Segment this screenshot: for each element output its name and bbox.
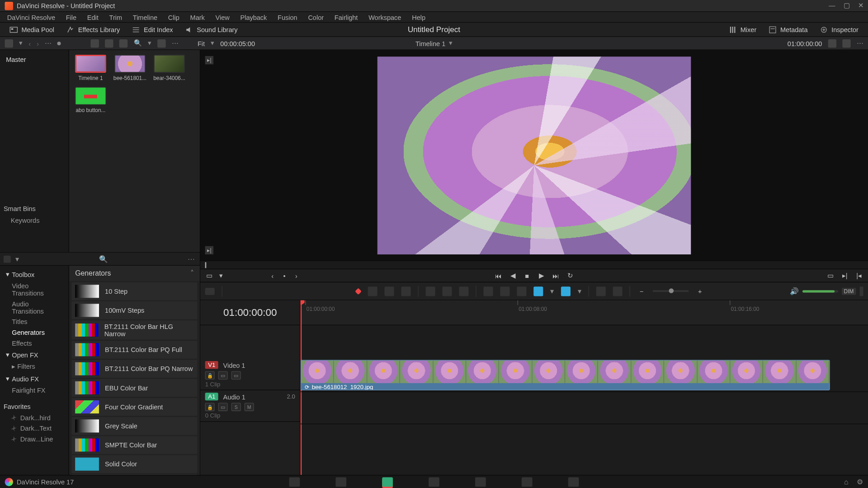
toolbox-group[interactable]: ▾Toolbox bbox=[0, 268, 69, 281]
grid-view-icon[interactable] bbox=[105, 39, 113, 47]
chevron-down-icon[interactable]: ▾ bbox=[211, 39, 214, 47]
pool-clip[interactable]: abo button... bbox=[74, 87, 108, 113]
trim-tool-icon[interactable] bbox=[368, 286, 377, 296]
menu-view[interactable]: View bbox=[211, 12, 234, 22]
auto-select-icon[interactable]: ▭ bbox=[218, 371, 228, 380]
chevron-down-icon[interactable]: ▾ bbox=[449, 39, 453, 47]
selection-tool-icon[interactable] bbox=[355, 288, 362, 295]
generator-item[interactable]: BT.2111 Color Bar PQ Narrow bbox=[71, 360, 197, 378]
stop-icon[interactable]: ■ bbox=[523, 272, 531, 280]
snap-icon[interactable] bbox=[483, 286, 493, 296]
sound-library-toggle[interactable]: Sound Library bbox=[180, 24, 242, 35]
menu-davinci-resolve[interactable]: DaVinci Resolve bbox=[2, 12, 60, 22]
go-start-icon[interactable]: ⏮ bbox=[494, 272, 502, 280]
dynamic-trim-icon[interactable] bbox=[385, 286, 394, 296]
step-next-icon[interactable]: ▸| bbox=[205, 246, 213, 254]
thumb-view-icon[interactable] bbox=[91, 39, 99, 47]
timeline-tracks[interactable]: 01:00:00:0001:00:08:0001:00:16:0001:00:2… bbox=[301, 300, 868, 475]
generator-item[interactable]: 10 Step bbox=[71, 282, 197, 300]
play-icon[interactable]: ▶ bbox=[537, 272, 545, 280]
color-page-icon[interactable] bbox=[475, 477, 486, 487]
volume-icon[interactable]: 🔊 bbox=[790, 287, 799, 295]
generator-item[interactable]: 100mV Steps bbox=[71, 301, 197, 319]
menu-trim[interactable]: Trim bbox=[104, 12, 127, 22]
dim-button[interactable]: DIM bbox=[841, 287, 856, 295]
viewer-scrubber[interactable] bbox=[200, 261, 868, 269]
volume-slider[interactable] bbox=[802, 290, 838, 292]
menu-workspace[interactable]: Workspace bbox=[364, 12, 406, 22]
more-icon[interactable]: ⋯ bbox=[45, 39, 52, 47]
generator-item[interactable]: BT.2111 Color Bar HLG Narrow bbox=[71, 320, 197, 339]
openfx-group[interactable]: ▾Open FX bbox=[0, 348, 69, 361]
home-icon[interactable]: ⌂ bbox=[844, 478, 849, 486]
menu-mark[interactable]: Mark bbox=[185, 12, 209, 22]
disable-track-icon[interactable]: ▭ bbox=[231, 371, 241, 380]
list-view-icon[interactable] bbox=[119, 39, 127, 47]
menu-playback[interactable]: Playback bbox=[236, 12, 272, 22]
media-page-icon[interactable] bbox=[289, 477, 300, 487]
marker-icon[interactable] bbox=[561, 286, 571, 296]
master-bin[interactable]: Master bbox=[0, 54, 69, 66]
fairlight-page-icon[interactable] bbox=[522, 477, 533, 487]
video-track-header[interactable]: V1 Video 1 🔒 ▭ ▭ 1 Clip bbox=[200, 359, 300, 390]
menu-color[interactable]: Color bbox=[303, 12, 329, 22]
insert-mode-icon[interactable]: ▭ bbox=[205, 272, 213, 280]
play-reverse-icon[interactable]: ◀ bbox=[509, 272, 517, 280]
blade-tool-icon[interactable] bbox=[401, 286, 410, 296]
generator-item[interactable]: Four Color Gradient bbox=[71, 398, 197, 416]
metadata-toggle[interactable]: Metadata bbox=[764, 24, 812, 35]
chevron-down-icon[interactable]: ▾ bbox=[217, 272, 225, 280]
scrubber-playhead[interactable] bbox=[205, 262, 207, 268]
timeline-ruler[interactable]: 01:00:00:0001:00:08:0001:00:16:0001:00:2… bbox=[301, 300, 868, 325]
more-icon[interactable]: ⋯ bbox=[188, 255, 196, 263]
sort-icon[interactable] bbox=[158, 39, 166, 47]
next-clip-icon[interactable]: ▸| bbox=[840, 272, 849, 280]
generators-item[interactable]: Generators bbox=[0, 327, 69, 338]
arm-record-icon[interactable]: ▭ bbox=[218, 403, 228, 411]
minimize-button[interactable]: — bbox=[829, 2, 835, 9]
cut-page-icon[interactable] bbox=[335, 477, 346, 487]
generator-item[interactable]: Grey Scale bbox=[71, 417, 197, 435]
mute-icon[interactable]: M bbox=[245, 403, 254, 411]
generator-item[interactable]: SMPTE Color Bar bbox=[71, 436, 197, 454]
filters-item[interactable]: ▸ Filters bbox=[0, 361, 69, 372]
flag-icon[interactable] bbox=[533, 286, 543, 296]
audio-transitions-item[interactable]: Audio Transitions bbox=[0, 299, 69, 317]
zoom-in-icon[interactable]: + bbox=[696, 287, 704, 295]
search-icon[interactable]: 🔍 bbox=[134, 39, 142, 47]
zoom-search-icon[interactable] bbox=[613, 286, 623, 296]
effects-library-toggle[interactable]: Effects Library bbox=[61, 24, 125, 35]
mixer-toggle[interactable]: Mixer bbox=[724, 24, 761, 35]
overwrite-clip-icon[interactable] bbox=[442, 286, 452, 296]
bin-view-icon[interactable] bbox=[5, 39, 13, 47]
solo-icon[interactable]: S bbox=[231, 403, 241, 411]
edit-index-toggle[interactable]: Edit Index bbox=[127, 24, 178, 35]
chevron-down-icon[interactable]: ▾ bbox=[19, 39, 23, 47]
nav-back-icon[interactable]: ‹ bbox=[28, 40, 31, 47]
last-clip-icon[interactable]: |◂ bbox=[855, 272, 863, 280]
menu-timeline[interactable]: Timeline bbox=[128, 12, 162, 22]
video-clip[interactable]: bee-5618012_1920.jpg bbox=[301, 360, 830, 390]
nav-fwd-icon[interactable]: › bbox=[37, 40, 39, 47]
prev-edit-icon[interactable]: ‹ bbox=[268, 272, 276, 280]
zoom-fit[interactable]: Fit bbox=[198, 40, 205, 47]
video-transitions-item[interactable]: Video Transitions bbox=[0, 281, 69, 299]
more-icon[interactable]: ⋯ bbox=[857, 39, 863, 47]
deliver-page-icon[interactable] bbox=[568, 477, 579, 487]
favorite-item[interactable]: Draw...Line bbox=[0, 434, 69, 445]
menu-edit[interactable]: Edit bbox=[82, 12, 103, 22]
chevron-down-icon[interactable]: ▾ bbox=[550, 287, 554, 295]
timeline-name[interactable]: Timeline 1 bbox=[415, 40, 445, 47]
search-icon[interactable]: 🔍 bbox=[99, 255, 108, 263]
keywords-bin[interactable]: Keywords bbox=[0, 215, 69, 226]
menu-clip[interactable]: Clip bbox=[163, 12, 184, 22]
cc-icon[interactable] bbox=[596, 286, 606, 296]
pool-clip[interactable]: bear-34006... bbox=[153, 55, 186, 81]
fusion-page-icon[interactable] bbox=[429, 477, 439, 487]
settings-icon[interactable]: ⚙ bbox=[857, 478, 863, 486]
menu-fusion[interactable]: Fusion bbox=[273, 12, 302, 22]
generator-item[interactable]: BT.2111 Color Bar PQ Full bbox=[71, 341, 197, 359]
inspector-toggle[interactable]: Inspector bbox=[815, 24, 863, 35]
generator-item[interactable]: Solid Color bbox=[71, 455, 197, 473]
chevron-down-icon[interactable]: ▾ bbox=[15, 255, 19, 263]
